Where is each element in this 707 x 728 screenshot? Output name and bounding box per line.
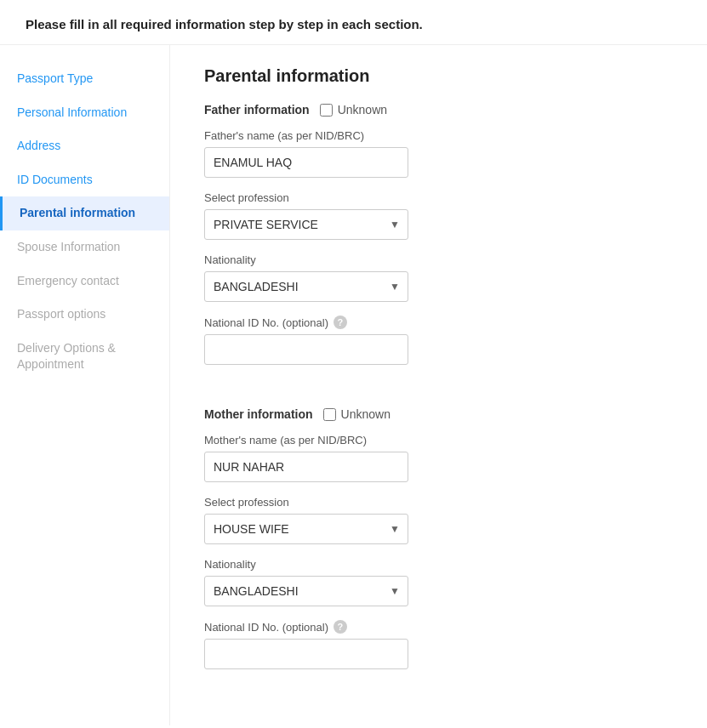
mother-name-group: Mother's name (as per NID/BRC) (204, 434, 647, 482)
mother-nationality-select[interactable]: BANGLADESHI OTHER (204, 576, 408, 606)
mother-nid-label: National ID No. (optional) (204, 621, 328, 634)
father-profession-select[interactable]: PRIVATE SERVICE GOVERNMENT SERVICE BUSIN… (204, 209, 408, 240)
father-unknown-checkbox[interactable] (320, 104, 333, 117)
section-divider (204, 390, 647, 407)
mother-name-input[interactable] (204, 452, 408, 482)
father-section-label: Father information (204, 103, 310, 117)
father-nationality-label: Nationality (204, 253, 647, 266)
mother-profession-select[interactable]: HOUSE WIFE PRIVATE SERVICE GOVERNMENT SE… (204, 514, 408, 544)
sidebar-item-id-documents[interactable]: ID Documents (0, 163, 169, 197)
sidebar: Passport TypePersonal InformationAddress… (0, 45, 170, 725)
mother-profession-group: Select profession HOUSE WIFE PRIVATE SER… (204, 496, 647, 544)
father-unknown-group: Unknown (320, 103, 387, 117)
father-nationality-select[interactable]: BANGLADESHI OTHER (204, 271, 408, 302)
father-profession-label: Select profession (204, 191, 647, 204)
mother-section-label: Mother information (204, 407, 313, 421)
sidebar-item-passport-type[interactable]: Passport Type (0, 62, 169, 96)
sidebar-item-passport-options: Passport options (0, 298, 169, 332)
sidebar-item-parental-information[interactable]: Parental information (0, 196, 169, 230)
father-info-block: Father information Unknown Father's name… (204, 103, 647, 365)
mother-profession-label: Select profession (204, 496, 647, 509)
father-nid-label: National ID No. (optional) (204, 316, 328, 329)
sidebar-item-emergency-contact: Emergency contact (0, 264, 169, 299)
mother-name-label: Mother's name (as per NID/BRC) (204, 434, 647, 446)
father-profession-group: Select profession PRIVATE SERVICE GOVERN… (204, 191, 647, 240)
mother-profession-select-wrapper: HOUSE WIFE PRIVATE SERVICE GOVERNMENT SE… (204, 514, 408, 544)
page-header: Please fill in all required information … (0, 0, 707, 45)
father-nid-label-row: National ID No. (optional) ? (204, 316, 647, 329)
father-name-label: Father's name (as per NID/BRC) (204, 129, 647, 142)
father-unknown-label[interactable]: Unknown (338, 103, 387, 117)
mother-info-block: Mother information Unknown Mother's name… (204, 407, 647, 669)
content-area: Parental information Father information … (170, 45, 681, 725)
mother-nid-label-row: National ID No. (optional) ? (204, 620, 647, 634)
mother-nationality-group: Nationality BANGLADESHI OTHER ▼ (204, 558, 647, 606)
mother-nid-group: National ID No. (optional) ? (204, 620, 647, 669)
sidebar-item-address[interactable]: Address (0, 129, 169, 163)
mother-nationality-label: Nationality (204, 558, 647, 571)
father-info-header: Father information Unknown (204, 103, 647, 117)
father-nid-help-icon[interactable]: ? (334, 316, 347, 329)
mother-nationality-select-wrapper: BANGLADESHI OTHER ▼ (204, 576, 408, 606)
father-profession-select-wrapper: PRIVATE SERVICE GOVERNMENT SERVICE BUSIN… (204, 209, 408, 240)
mother-unknown-checkbox[interactable] (323, 408, 336, 421)
father-nationality-select-wrapper: BANGLADESHI OTHER ▼ (204, 271, 408, 302)
section-title: Parental information (204, 66, 647, 86)
main-layout: Passport TypePersonal InformationAddress… (0, 45, 707, 725)
mother-info-header: Mother information Unknown (204, 407, 647, 421)
father-name-group: Father's name (as per NID/BRC) (204, 129, 647, 178)
mother-unknown-label[interactable]: Unknown (341, 407, 391, 421)
sidebar-item-personal-information[interactable]: Personal Information (0, 96, 169, 130)
mother-nid-help-icon[interactable]: ? (334, 620, 347, 634)
header-text: Please fill in all required information … (26, 17, 423, 31)
father-nid-input[interactable] (204, 334, 408, 365)
sidebar-item-spouse-information: Spouse Information (0, 230, 169, 264)
sidebar-item-delivery-options: Delivery Options & Appointment (0, 332, 169, 382)
mother-nid-input[interactable] (204, 639, 408, 669)
father-nationality-group: Nationality BANGLADESHI OTHER ▼ (204, 253, 647, 302)
father-name-input[interactable] (204, 147, 408, 178)
father-nid-group: National ID No. (optional) ? (204, 316, 647, 365)
mother-unknown-group: Unknown (323, 407, 391, 421)
